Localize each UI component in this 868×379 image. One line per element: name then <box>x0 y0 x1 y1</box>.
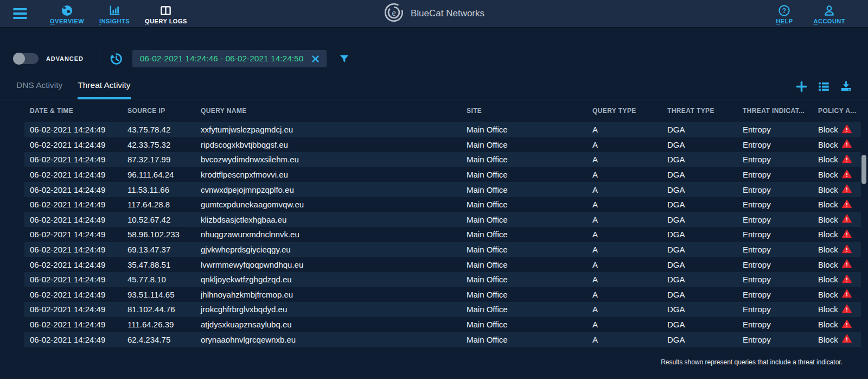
cell-date-time: 06-02-2021 14:24:49 <box>24 155 122 164</box>
date-range-value: 06-02-2021 14:24:46 - 06-02-2021 14:24:5… <box>140 54 304 64</box>
policy-action-label: Block <box>818 335 838 344</box>
plus-icon[interactable] <box>795 80 808 93</box>
warning-triangle-icon <box>842 244 852 255</box>
warning-triangle-icon <box>842 154 852 165</box>
cell-source-ip: 45.77.8.10 <box>122 275 195 284</box>
question-circle-icon: ? <box>778 4 790 17</box>
nav-item-help[interactable]: ? HELP <box>768 2 800 26</box>
cell-date-time: 06-02-2021 14:24:49 <box>24 200 122 209</box>
cell-source-ip: 96.111.64.24 <box>122 170 195 179</box>
cell-threat-type: DGA <box>662 170 737 179</box>
date-range-chip[interactable]: 06-02-2021 14:24:46 - 06-02-2021 14:24:5… <box>132 50 327 67</box>
nav-item-account[interactable]: ACCOUNT <box>806 2 853 26</box>
nav-item-insights[interactable]: INSIGHTS <box>92 2 137 26</box>
scrollbar-thumb[interactable] <box>861 155 866 184</box>
download-icon[interactable] <box>839 80 853 93</box>
policy-action-label: Block <box>818 155 838 164</box>
cell-query-type: A <box>587 140 662 149</box>
nav-item-query-logs[interactable]: QUERY LOGS <box>137 2 195 26</box>
column-header-policy-action[interactable]: POLICY A... <box>813 107 861 115</box>
cell-query-name: orynaaohnvlgrcqewnxb.eu <box>195 335 461 344</box>
cell-query-type: A <box>587 215 662 224</box>
cell-date-time: 06-02-2021 14:24:49 <box>24 275 122 284</box>
advanced-label: ADVANCED <box>46 55 84 62</box>
table-row[interactable]: 06-02-2021 14:24:49 11.53.11.66 cvnwxdpe… <box>24 182 861 197</box>
cell-site: Main Office <box>461 200 587 209</box>
table-row[interactable]: 06-02-2021 14:24:49 117.64.28.8 gumtcxpd… <box>24 197 861 212</box>
cell-threat-type: DGA <box>662 305 737 314</box>
cell-threat-indicator: Entropy <box>737 290 813 299</box>
cell-site: Main Office <box>461 125 587 134</box>
cell-source-ip: 81.102.44.76 <box>122 305 195 314</box>
cell-site: Main Office <box>461 335 587 344</box>
warning-triangle-icon <box>842 289 852 300</box>
cell-source-ip: 58.96.102.233 <box>122 230 195 239</box>
table-row[interactable]: 06-02-2021 14:24:49 10.52.67.42 klizbdsa… <box>24 212 861 228</box>
policy-action-label: Block <box>818 215 838 224</box>
close-icon[interactable] <box>312 55 319 62</box>
cell-date-time: 06-02-2021 14:24:49 <box>24 215 122 224</box>
table-row[interactable]: 06-02-2021 14:24:49 96.111.64.24 krodtfl… <box>24 167 861 182</box>
hamburger-menu-icon[interactable] <box>13 8 27 19</box>
warning-triangle-icon <box>842 304 852 315</box>
cell-date-time: 06-02-2021 14:24:49 <box>24 170 122 179</box>
tab-threat-activity[interactable]: Threat Activity <box>78 80 130 99</box>
cell-threat-indicator: Entropy <box>737 275 813 284</box>
column-header-threat-type[interactable]: THREAT TYPE <box>662 107 737 115</box>
cell-threat-indicator: Entropy <box>737 140 813 149</box>
cell-policy-action: Block <box>813 244 861 255</box>
warning-triangle-icon <box>842 214 852 225</box>
cell-source-ip: 43.75.78.42 <box>122 125 195 134</box>
column-header-date-time[interactable]: DATE & TIME <box>24 107 122 115</box>
nav-item-overview[interactable]: OVERVIEW <box>42 2 92 26</box>
nav-label-overview: OVERVIEW <box>50 18 84 24</box>
nav-label-insights: INSIGHTS <box>99 18 130 24</box>
cell-policy-action: Block <box>813 304 861 315</box>
cell-site: Main Office <box>461 275 587 284</box>
nav-label-account: ACCOUNT <box>813 18 845 24</box>
history-icon[interactable] <box>109 52 124 66</box>
cell-threat-type: DGA <box>662 335 737 344</box>
filter-funnel-icon[interactable] <box>339 53 350 65</box>
table-row[interactable]: 06-02-2021 14:24:49 45.77.8.10 qnkljoyek… <box>24 272 861 287</box>
person-icon <box>823 4 835 17</box>
list-view-icon[interactable] <box>817 80 831 93</box>
table-row[interactable]: 06-02-2021 14:24:49 58.96.102.233 nhuqgz… <box>24 227 861 242</box>
table-row[interactable]: 06-02-2021 14:24:49 93.51.114.65 jhlhnoy… <box>24 287 861 302</box>
table-row[interactable]: 06-02-2021 14:24:49 81.102.44.76 jrokcgh… <box>24 302 861 317</box>
advanced-toggle[interactable] <box>14 53 39 64</box>
column-header-threat-indicator[interactable]: THREAT INDICAT... <box>737 107 813 115</box>
cell-source-ip: 93.51.114.65 <box>122 290 195 299</box>
warning-triangle-icon <box>842 334 852 345</box>
bar-chart-icon <box>108 4 121 17</box>
table-row[interactable]: 06-02-2021 14:24:49 62.4.234.75 orynaaoh… <box>24 332 861 347</box>
table-row[interactable]: 06-02-2021 14:24:49 42.33.75.32 ripdscog… <box>24 137 861 153</box>
top-navbar: OVERVIEW INSIGHTS QUERY LOGS e BlueCat N… <box>0 0 868 28</box>
cell-query-name: qnkljoyekwtfzghgdzqd.eu <box>195 275 461 284</box>
cell-threat-indicator: Entropy <box>737 305 813 314</box>
cell-threat-type: DGA <box>662 320 737 329</box>
table-row[interactable]: 06-02-2021 14:24:49 87.32.17.99 bvcozwyd… <box>24 152 861 167</box>
svg-text:?: ? <box>782 7 787 14</box>
column-header-query-name[interactable]: QUERY NAME <box>195 107 461 115</box>
table-row[interactable]: 06-02-2021 14:24:49 111.64.26.39 atjdysx… <box>24 317 861 332</box>
column-header-source-ip[interactable]: SOURCE IP <box>122 107 195 115</box>
column-header-query-type[interactable]: QUERY TYPE <box>587 107 662 115</box>
brand-name: BlueCat Networks <box>411 8 484 19</box>
table-row[interactable]: 06-02-2021 14:24:49 43.75.78.42 xxfytumj… <box>24 122 861 137</box>
cell-site: Main Office <box>461 305 587 314</box>
table-row[interactable]: 06-02-2021 14:24:49 69.13.47.37 gjvkwhep… <box>24 242 861 257</box>
columns-icon <box>159 4 172 17</box>
cell-query-name: krodtflpescnpxfmovvi.eu <box>195 170 461 179</box>
cell-source-ip: 87.32.17.99 <box>122 155 195 164</box>
footer-note: Results shown represent queries that inc… <box>661 358 843 366</box>
cell-query-type: A <box>587 320 662 329</box>
cell-site: Main Office <box>461 215 587 224</box>
policy-action-label: Block <box>818 290 838 299</box>
cell-site: Main Office <box>461 230 587 239</box>
tab-dns-activity[interactable]: DNS Activity <box>16 80 62 99</box>
column-header-site[interactable]: SITE <box>461 107 587 115</box>
cell-policy-action: Block <box>813 199 861 210</box>
cell-threat-indicator: Entropy <box>737 335 813 344</box>
table-row[interactable]: 06-02-2021 14:24:49 35.47.88.51 lvwrmmew… <box>24 257 861 272</box>
